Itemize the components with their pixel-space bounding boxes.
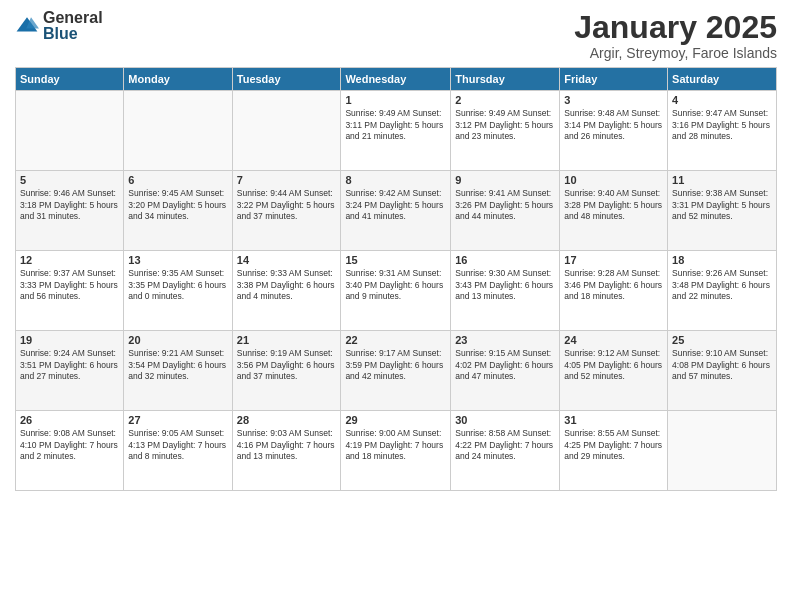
day-info: Sunrise: 9:21 AM Sunset: 3:54 PM Dayligh… [128, 348, 227, 382]
table-row: 12Sunrise: 9:37 AM Sunset: 3:33 PM Dayli… [16, 251, 124, 331]
table-row [124, 91, 232, 171]
logo-general-text: General [43, 10, 103, 26]
day-info: Sunrise: 9:49 AM Sunset: 3:12 PM Dayligh… [455, 108, 555, 142]
table-row: 25Sunrise: 9:10 AM Sunset: 4:08 PM Dayli… [668, 331, 777, 411]
weekday-header-row: Sunday Monday Tuesday Wednesday Thursday… [16, 68, 777, 91]
table-row: 8Sunrise: 9:42 AM Sunset: 3:24 PM Daylig… [341, 171, 451, 251]
day-number: 10 [564, 174, 663, 186]
day-info: Sunrise: 9:05 AM Sunset: 4:13 PM Dayligh… [128, 428, 227, 462]
day-info: Sunrise: 9:28 AM Sunset: 3:46 PM Dayligh… [564, 268, 663, 302]
day-info: Sunrise: 9:31 AM Sunset: 3:40 PM Dayligh… [345, 268, 446, 302]
table-row: 9Sunrise: 9:41 AM Sunset: 3:26 PM Daylig… [451, 171, 560, 251]
day-number: 8 [345, 174, 446, 186]
day-info: Sunrise: 9:00 AM Sunset: 4:19 PM Dayligh… [345, 428, 446, 462]
logo-text: General Blue [43, 10, 103, 42]
logo-blue-text: Blue [43, 26, 103, 42]
table-row: 17Sunrise: 9:28 AM Sunset: 3:46 PM Dayli… [560, 251, 668, 331]
table-row: 15Sunrise: 9:31 AM Sunset: 3:40 PM Dayli… [341, 251, 451, 331]
day-number: 7 [237, 174, 337, 186]
header: General Blue January 2025 Argir, Streymo… [15, 10, 777, 61]
table-row [668, 411, 777, 491]
calendar-week-row: 26Sunrise: 9:08 AM Sunset: 4:10 PM Dayli… [16, 411, 777, 491]
logo: General Blue [15, 10, 103, 42]
day-info: Sunrise: 9:42 AM Sunset: 3:24 PM Dayligh… [345, 188, 446, 222]
day-info: Sunrise: 9:17 AM Sunset: 3:59 PM Dayligh… [345, 348, 446, 382]
table-row: 10Sunrise: 9:40 AM Sunset: 3:28 PM Dayli… [560, 171, 668, 251]
calendar-week-row: 5Sunrise: 9:46 AM Sunset: 3:18 PM Daylig… [16, 171, 777, 251]
day-number: 17 [564, 254, 663, 266]
day-info: Sunrise: 9:15 AM Sunset: 4:02 PM Dayligh… [455, 348, 555, 382]
day-number: 2 [455, 94, 555, 106]
day-number: 27 [128, 414, 227, 426]
day-number: 30 [455, 414, 555, 426]
day-number: 14 [237, 254, 337, 266]
day-info: Sunrise: 8:58 AM Sunset: 4:22 PM Dayligh… [455, 428, 555, 462]
day-info: Sunrise: 9:47 AM Sunset: 3:16 PM Dayligh… [672, 108, 772, 142]
calendar-week-row: 12Sunrise: 9:37 AM Sunset: 3:33 PM Dayli… [16, 251, 777, 331]
calendar-week-row: 19Sunrise: 9:24 AM Sunset: 3:51 PM Dayli… [16, 331, 777, 411]
day-info: Sunrise: 9:10 AM Sunset: 4:08 PM Dayligh… [672, 348, 772, 382]
day-info: Sunrise: 9:44 AM Sunset: 3:22 PM Dayligh… [237, 188, 337, 222]
day-info: Sunrise: 9:40 AM Sunset: 3:28 PM Dayligh… [564, 188, 663, 222]
day-number: 13 [128, 254, 227, 266]
day-info: Sunrise: 9:37 AM Sunset: 3:33 PM Dayligh… [20, 268, 119, 302]
day-info: Sunrise: 9:26 AM Sunset: 3:48 PM Dayligh… [672, 268, 772, 302]
day-info: Sunrise: 9:33 AM Sunset: 3:38 PM Dayligh… [237, 268, 337, 302]
calendar-table: Sunday Monday Tuesday Wednesday Thursday… [15, 67, 777, 491]
day-info: Sunrise: 9:45 AM Sunset: 3:20 PM Dayligh… [128, 188, 227, 222]
day-number: 29 [345, 414, 446, 426]
title-block: January 2025 Argir, Streymoy, Faroe Isla… [574, 10, 777, 61]
day-number: 11 [672, 174, 772, 186]
day-number: 12 [20, 254, 119, 266]
day-number: 23 [455, 334, 555, 346]
table-row: 4Sunrise: 9:47 AM Sunset: 3:16 PM Daylig… [668, 91, 777, 171]
day-number: 4 [672, 94, 772, 106]
table-row: 5Sunrise: 9:46 AM Sunset: 3:18 PM Daylig… [16, 171, 124, 251]
table-row: 19Sunrise: 9:24 AM Sunset: 3:51 PM Dayli… [16, 331, 124, 411]
header-monday: Monday [124, 68, 232, 91]
page: General Blue January 2025 Argir, Streymo… [0, 0, 792, 612]
header-friday: Friday [560, 68, 668, 91]
day-number: 18 [672, 254, 772, 266]
day-number: 31 [564, 414, 663, 426]
table-row: 21Sunrise: 9:19 AM Sunset: 3:56 PM Dayli… [232, 331, 341, 411]
day-number: 22 [345, 334, 446, 346]
day-number: 19 [20, 334, 119, 346]
table-row: 16Sunrise: 9:30 AM Sunset: 3:43 PM Dayli… [451, 251, 560, 331]
day-info: Sunrise: 9:19 AM Sunset: 3:56 PM Dayligh… [237, 348, 337, 382]
day-info: Sunrise: 9:08 AM Sunset: 4:10 PM Dayligh… [20, 428, 119, 462]
location-subtitle: Argir, Streymoy, Faroe Islands [574, 45, 777, 61]
day-number: 25 [672, 334, 772, 346]
table-row: 31Sunrise: 8:55 AM Sunset: 4:25 PM Dayli… [560, 411, 668, 491]
month-title: January 2025 [574, 10, 777, 45]
day-info: Sunrise: 9:12 AM Sunset: 4:05 PM Dayligh… [564, 348, 663, 382]
day-number: 24 [564, 334, 663, 346]
table-row: 13Sunrise: 9:35 AM Sunset: 3:35 PM Dayli… [124, 251, 232, 331]
day-info: Sunrise: 9:03 AM Sunset: 4:16 PM Dayligh… [237, 428, 337, 462]
table-row: 3Sunrise: 9:48 AM Sunset: 3:14 PM Daylig… [560, 91, 668, 171]
table-row: 24Sunrise: 9:12 AM Sunset: 4:05 PM Dayli… [560, 331, 668, 411]
day-info: Sunrise: 9:49 AM Sunset: 3:11 PM Dayligh… [345, 108, 446, 142]
table-row: 28Sunrise: 9:03 AM Sunset: 4:16 PM Dayli… [232, 411, 341, 491]
day-info: Sunrise: 9:38 AM Sunset: 3:31 PM Dayligh… [672, 188, 772, 222]
table-row: 22Sunrise: 9:17 AM Sunset: 3:59 PM Dayli… [341, 331, 451, 411]
day-info: Sunrise: 9:30 AM Sunset: 3:43 PM Dayligh… [455, 268, 555, 302]
day-info: Sunrise: 8:55 AM Sunset: 4:25 PM Dayligh… [564, 428, 663, 462]
header-wednesday: Wednesday [341, 68, 451, 91]
day-number: 26 [20, 414, 119, 426]
table-row: 14Sunrise: 9:33 AM Sunset: 3:38 PM Dayli… [232, 251, 341, 331]
day-number: 20 [128, 334, 227, 346]
day-number: 3 [564, 94, 663, 106]
table-row: 2Sunrise: 9:49 AM Sunset: 3:12 PM Daylig… [451, 91, 560, 171]
table-row: 26Sunrise: 9:08 AM Sunset: 4:10 PM Dayli… [16, 411, 124, 491]
logo-icon [15, 14, 39, 38]
header-saturday: Saturday [668, 68, 777, 91]
day-number: 1 [345, 94, 446, 106]
day-number: 16 [455, 254, 555, 266]
calendar-week-row: 1Sunrise: 9:49 AM Sunset: 3:11 PM Daylig… [16, 91, 777, 171]
table-row: 6Sunrise: 9:45 AM Sunset: 3:20 PM Daylig… [124, 171, 232, 251]
table-row: 30Sunrise: 8:58 AM Sunset: 4:22 PM Dayli… [451, 411, 560, 491]
table-row: 20Sunrise: 9:21 AM Sunset: 3:54 PM Dayli… [124, 331, 232, 411]
table-row: 29Sunrise: 9:00 AM Sunset: 4:19 PM Dayli… [341, 411, 451, 491]
table-row: 11Sunrise: 9:38 AM Sunset: 3:31 PM Dayli… [668, 171, 777, 251]
